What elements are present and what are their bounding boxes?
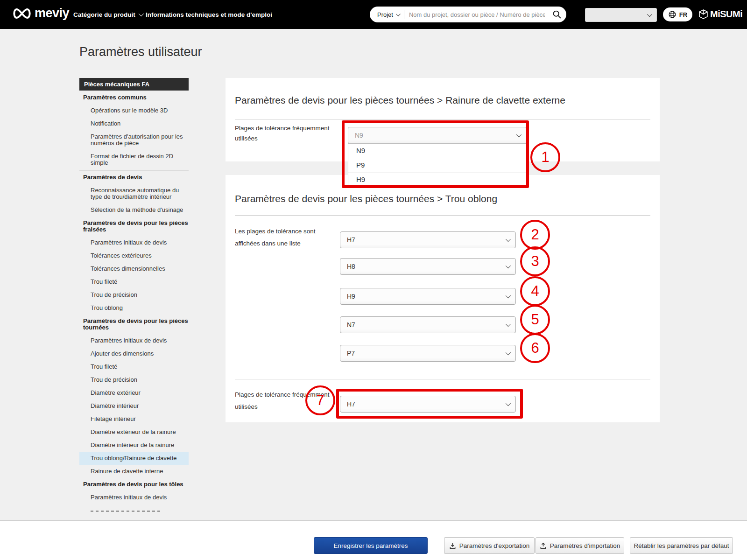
sidebar-item-diametre-exterieur[interactable]: Diamètre extérieur bbox=[79, 386, 189, 399]
sidebar-item-fraisees-parametres-initiaux[interactable]: Paramètres initiaux de devis bbox=[79, 236, 189, 249]
import-settings-label: Paramètres d'importation bbox=[550, 542, 620, 549]
section-divider bbox=[235, 215, 650, 216]
sidebar-list: Paramètres communs Opérations sur le mod… bbox=[79, 91, 189, 516]
select-value: P7 bbox=[347, 350, 355, 357]
section-divider bbox=[235, 379, 650, 379]
misumi-cube-icon bbox=[699, 9, 708, 19]
page-title: Paramètres utilisateur bbox=[79, 45, 202, 59]
reset-defaults-label: Rétablir les paramètres par défaut bbox=[634, 542, 729, 549]
sidebar-section-pieces-tournees[interactable]: Paramètres de devis pour les pièces tour… bbox=[79, 315, 189, 334]
sidebar-item-operations-modele-3d[interactable]: Opérations sur le modèle 3D bbox=[79, 104, 189, 117]
section-divider bbox=[235, 119, 650, 119]
sidebar-item-methode-usinage[interactable]: Sélection de la méthode d'usinage bbox=[79, 203, 189, 217]
sidebar-item-toles-parametres-initiaux[interactable]: Paramètres initiaux de devis bbox=[79, 491, 189, 504]
sidebar-item-diametre-interieur-rainure[interactable]: Diamètre intérieur de la rainure bbox=[79, 439, 189, 452]
save-settings-button[interactable]: Enregistrer les paramètres bbox=[314, 537, 428, 554]
brand-wordmark: meviy bbox=[35, 6, 69, 21]
sidebar-item-diametre-interieur[interactable]: Diamètre intérieur bbox=[79, 399, 189, 413]
option-h9[interactable]: H9 bbox=[348, 173, 526, 187]
chevron-down-icon bbox=[647, 12, 652, 17]
chevron-down-icon bbox=[516, 132, 521, 137]
section-title-rainure-externe: Paramètres de devis pour les pièces tour… bbox=[235, 95, 565, 106]
tolerance-select-frequent[interactable]: H7 bbox=[340, 396, 516, 413]
sidebar-item-reconnaissance-trou[interactable]: Reconnaissance automatique du type de tr… bbox=[79, 184, 189, 203]
nav-technical-info[interactable]: Informations techniques et mode d'emploi bbox=[146, 0, 272, 29]
sidebar-section-parametres-devis[interactable]: Paramètres de devis bbox=[79, 171, 189, 184]
sidebar-item-fraisees-trou-precision[interactable]: Trou de précision bbox=[79, 288, 189, 301]
chevron-down-icon bbox=[396, 12, 401, 16]
language-switcher[interactable]: FR bbox=[663, 7, 692, 21]
search-scope-select[interactable]: Projet bbox=[370, 10, 404, 19]
download-icon bbox=[449, 542, 456, 549]
sidebar-item-fraisees-trou-filete[interactable]: Trou fileté bbox=[79, 275, 189, 288]
sidebar-item-autorisation-numeros-piece[interactable]: Paramètres d'autorisation pour les numér… bbox=[79, 130, 189, 150]
sidebar-item-rainure-clavette-interne[interactable]: Rainure de clavette interne bbox=[79, 465, 189, 478]
chevron-down-icon bbox=[506, 293, 511, 298]
chevron-down-icon bbox=[506, 322, 511, 327]
sidebar-section-parametres-communs[interactable]: Paramètres communs bbox=[79, 91, 189, 104]
chevron-down-icon bbox=[506, 263, 511, 268]
select-value: H7 bbox=[347, 400, 355, 408]
misumi-brand[interactable]: MiSUMi bbox=[699, 9, 742, 20]
sidebar: Pièces mécaniques FA Paramètres communs … bbox=[79, 78, 189, 520]
field-label-plages-tolerance-2: Plages de tolérance fréquemment utilisée… bbox=[235, 389, 337, 413]
nav-product-category[interactable]: Catégorie du produit bbox=[73, 0, 142, 29]
reset-defaults-button[interactable]: Rétablir les paramètres par défaut bbox=[630, 537, 733, 554]
tolerance-select-list-1[interactable]: H7 bbox=[340, 231, 516, 248]
tolerance-select-list-2[interactable]: H8 bbox=[340, 258, 516, 275]
chevron-down-icon bbox=[506, 350, 511, 355]
language-label: FR bbox=[679, 11, 687, 18]
option-p9[interactable]: P9 bbox=[348, 158, 526, 173]
select-value: H9 bbox=[347, 293, 355, 300]
sidebar-item-tournees-trou-filete[interactable]: Trou fileté bbox=[79, 360, 189, 373]
sidebar-item-diametre-exterieur-rainure[interactable]: Diamètre extérieur de la rainure bbox=[79, 426, 189, 439]
chevron-down-icon bbox=[139, 11, 144, 16]
tolerance-select-rainure-externe[interactable]: N9 bbox=[348, 127, 527, 144]
field-label-plages-liste: Les plages de tolérance sont affichées d… bbox=[235, 225, 337, 250]
field-label-plages-tolerance-1: Plages de tolérance fréquemment utilisée… bbox=[235, 123, 335, 144]
upload-icon bbox=[540, 542, 547, 549]
sidebar-section-toles[interactable]: Paramètres de devis pour les tôles bbox=[79, 478, 189, 491]
tolerance-select-list-4[interactable]: N7 bbox=[340, 316, 516, 333]
sidebar-item-ajouter-dimensions[interactable]: Ajouter des dimensions bbox=[79, 347, 189, 360]
sidebar-item-tolerances-exterieures[interactable]: Tolérances extérieures bbox=[79, 249, 189, 262]
search-button[interactable] bbox=[548, 7, 566, 22]
select-value: N9 bbox=[355, 132, 363, 139]
nav-technical-info-label: Informations techniques et mode d'emploi bbox=[146, 11, 272, 18]
globe-icon bbox=[668, 10, 677, 19]
sidebar-item-filetage-interieur[interactable]: Filetage intérieur bbox=[79, 413, 189, 426]
sidebar-item-tournees-parametres-initiaux[interactable]: Paramètres initiaux de devis bbox=[79, 334, 189, 347]
sidebar-item-format-fichier-2d[interactable]: Format de fichier de dessin 2D simple bbox=[79, 150, 189, 169]
meviy-logo-icon bbox=[11, 7, 33, 20]
option-n9[interactable]: N9 bbox=[348, 144, 526, 158]
top-header: meviy Catégorie du produit Informations … bbox=[0, 0, 747, 29]
sidebar-category-header[interactable]: Pièces mécaniques FA bbox=[79, 78, 189, 91]
sidebar-item-trou-oblong-rainure-clavette[interactable]: Trou oblong/Rainure de clavette bbox=[79, 452, 189, 465]
misumi-wordmark: MiSUMi bbox=[710, 9, 742, 20]
sidebar-section-pieces-fraisees[interactable]: Paramètres de devis pour les pièces frai… bbox=[79, 217, 189, 236]
tolerance-select-list-3[interactable]: H9 bbox=[340, 288, 516, 305]
sidebar-item-tournees-trou-precision[interactable]: Trou de précision bbox=[79, 373, 189, 386]
sidebar-item-tolerances-dimensionnelles[interactable]: Tolérances dimensionnelles bbox=[79, 262, 189, 275]
export-settings-button[interactable]: Paramètres d'exportation bbox=[444, 537, 535, 554]
chevron-down-icon bbox=[506, 237, 511, 242]
meviy-logo[interactable]: meviy bbox=[11, 6, 69, 21]
select-value: H7 bbox=[347, 236, 355, 244]
search-icon bbox=[552, 10, 562, 19]
select-value: H8 bbox=[347, 263, 355, 270]
search-scope-label: Projet bbox=[377, 11, 393, 18]
tolerance-select-list-5[interactable]: P7 bbox=[340, 345, 516, 362]
export-settings-label: Paramètres d'exportation bbox=[459, 542, 529, 549]
tolerance-options-list: N9 P9 H9 bbox=[348, 143, 527, 187]
sidebar-item-clipped bbox=[79, 511, 189, 516]
section-title-trou-oblong: Paramètres de devis pour les pièces tour… bbox=[235, 193, 497, 204]
search-bar: Projet bbox=[370, 7, 566, 22]
sidebar-item-notification[interactable]: Notification bbox=[79, 117, 189, 130]
nav-product-category-label: Catégorie du produit bbox=[73, 11, 135, 18]
search-input[interactable] bbox=[404, 11, 548, 18]
chevron-down-icon bbox=[506, 401, 511, 406]
save-settings-label: Enregistrer les paramètres bbox=[333, 542, 408, 549]
sidebar-item-fraisees-trou-oblong[interactable]: Trou oblong bbox=[79, 301, 189, 315]
account-select[interactable] bbox=[585, 8, 657, 22]
import-settings-button[interactable]: Paramètres d'importation bbox=[536, 537, 624, 554]
